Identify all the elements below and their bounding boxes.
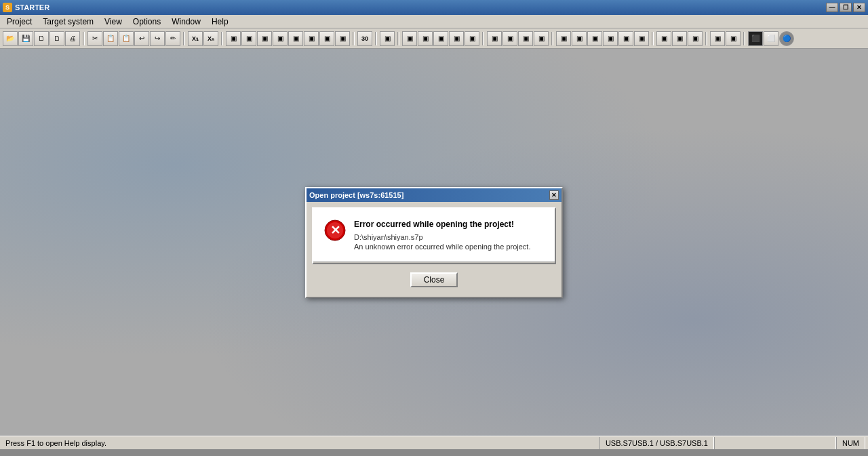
tb-btn-23[interactable]: ▣ (587, 31, 602, 46)
tb-sep-4 (353, 32, 355, 45)
tb-btn-17[interactable]: ▣ (487, 31, 502, 46)
tb-btn-28[interactable]: ▣ (672, 31, 687, 46)
title-bar: S STARTER — ❐ ✕ (0, 0, 868, 15)
open-project-dialog: Open project [ws7s:61515] ✕ ✕ (305, 187, 563, 298)
toolbar: 📂 💾 🗋 🗋 🖨 ✂ 📋 📋 ↩ ↪ ✏ X₁ Xₙ ▣ ▣ ▣ ▣ ▣ ▣ … (0, 28, 868, 49)
menu-view[interactable]: View (99, 16, 127, 28)
restore-button[interactable]: ❐ (840, 3, 852, 12)
tb-x1-btn[interactable]: X₁ (188, 31, 203, 46)
menu-bar: Project Target system View Options Windo… (0, 15, 868, 28)
tb-btn-21[interactable]: ▣ (556, 31, 571, 46)
tb-redo-btn[interactable]: ↪ (150, 31, 165, 46)
outer-dialog-body: ✕ Error occurred while opening the proje… (307, 202, 561, 297)
tb-btn-13[interactable]: ▣ (418, 31, 433, 46)
minimize-button[interactable]: — (826, 3, 838, 12)
tb-print-btn[interactable]: 🖨 (65, 31, 80, 46)
main-area: Open project [ws7s:61515] ✕ ✕ (0, 49, 868, 436)
tb-btn-7[interactable]: ▣ (288, 31, 303, 46)
tb-btn-19[interactable]: ▣ (518, 31, 533, 46)
outer-dialog-title-bar: Open project [ws7s:61515] ✕ (307, 188, 561, 202)
menu-options[interactable]: Options (127, 16, 166, 28)
error-path: D:\shiyan\shiyan.s7p (354, 233, 544, 241)
tb-sep-6 (397, 32, 399, 45)
close-button[interactable]: ✕ (853, 3, 865, 12)
tb-xn-btn[interactable]: Xₙ (203, 31, 218, 46)
app-title: STARTER (15, 3, 50, 12)
tb-btn-8[interactable]: ▣ (304, 31, 319, 46)
tb-btn-1[interactable]: 🗋 (34, 31, 49, 46)
tb-btn-2[interactable]: 🗋 (50, 31, 64, 46)
tb-sep-8 (551, 32, 553, 45)
error-icon: ✕ (324, 220, 346, 241)
tb-undo-btn[interactable]: ↩ (134, 31, 149, 46)
close-button[interactable]: Close (410, 272, 458, 287)
tb-paste-btn[interactable]: 📋 (119, 31, 134, 46)
tb-color3-btn[interactable]: 🔵 (779, 31, 794, 46)
tb-color2-btn[interactable]: ⬜ (764, 31, 778, 46)
tb-btn-12[interactable]: ▣ (402, 31, 417, 46)
menu-help[interactable]: Help (206, 16, 234, 28)
tb-btn-6[interactable]: ▣ (273, 31, 288, 46)
tb-sep-9 (652, 32, 654, 45)
menu-project[interactable]: Project (1, 16, 37, 28)
tb-count-btn[interactable]: 30 (357, 31, 372, 46)
tb-btn-9[interactable]: ▣ (319, 31, 334, 46)
tb-copy-btn[interactable]: 📋 (103, 31, 118, 46)
tb-open-btn[interactable]: 📂 (3, 31, 18, 46)
tb-btn-15[interactable]: ▣ (449, 31, 464, 46)
tb-btn-22[interactable]: ▣ (572, 31, 587, 46)
inner-dialog-content: ✕ Error occurred while opening the proje… (313, 209, 555, 262)
tb-sep-1 (83, 32, 85, 45)
tb-sep-2 (183, 32, 185, 45)
tb-btn-30[interactable]: ▣ (710, 31, 725, 46)
status-help-text: Press F1 to open Help display. (3, 439, 599, 447)
tb-save-btn[interactable]: 💾 (18, 31, 33, 46)
status-connection: USB.S7USB.1 / USB.S7USB.1 (599, 437, 714, 449)
tb-btn-10[interactable]: ▣ (335, 31, 350, 46)
tb-btn-29[interactable]: ▣ (688, 31, 703, 46)
tb-btn-26[interactable]: ▣ (634, 31, 649, 46)
inner-dialog-footer (313, 262, 555, 263)
tb-btn-27[interactable]: ▣ (656, 31, 671, 46)
app-icon: S (3, 3, 12, 12)
tb-btn-5[interactable]: ▣ (257, 31, 272, 46)
status-numlock: NUM (836, 437, 865, 449)
tb-btn-31[interactable]: ▣ (726, 31, 741, 46)
status-right-section: USB.S7USB.1 / USB.S7USB.1 NUM (599, 437, 865, 449)
window-controls: — ❐ ✕ (826, 3, 865, 12)
menu-target-system[interactable]: Target system (37, 16, 99, 28)
tb-sep-11 (743, 32, 745, 45)
outer-dialog-title: Open project [ws7s:61515] (309, 191, 403, 199)
tb-sep-5 (375, 32, 377, 45)
tb-btn-14[interactable]: ▣ (433, 31, 448, 46)
tb-btn-20[interactable]: ▣ (534, 31, 549, 46)
error-text-block: Error occurred while opening the project… (354, 220, 544, 251)
tb-btn-18[interactable]: ▣ (502, 31, 517, 46)
svg-text:✕: ✕ (330, 224, 340, 237)
status-bar: Press F1 to open Help display. USB.S7USB… (0, 436, 868, 449)
outer-dialog-close-button[interactable]: ✕ (549, 190, 559, 200)
error-description: An unknown error occurred while opening … (354, 243, 544, 251)
tb-color1-btn[interactable]: ⬛ (748, 31, 763, 46)
tb-sep-10 (705, 32, 707, 45)
tb-edit-btn[interactable]: ✏ (165, 31, 180, 46)
dialog-footer: Close (312, 270, 556, 291)
inner-error-dialog: ✕ Error occurred while opening the proje… (312, 207, 556, 264)
tb-cut-btn[interactable]: ✂ (87, 31, 102, 46)
error-title: Error occurred while opening the project… (354, 220, 544, 229)
menu-window[interactable]: Window (166, 16, 206, 28)
tb-btn-16[interactable]: ▣ (465, 31, 479, 46)
tb-btn-4[interactable]: ▣ (241, 31, 256, 46)
tb-btn-25[interactable]: ▣ (618, 31, 633, 46)
dialog-overlay: Open project [ws7s:61515] ✕ ✕ (0, 49, 868, 436)
tb-btn-11[interactable]: ▣ (380, 31, 395, 46)
tb-btn-3[interactable]: ▣ (226, 31, 241, 46)
tb-btn-24[interactable]: ▣ (603, 31, 618, 46)
status-mode (714, 437, 836, 449)
tb-sep-3 (221, 32, 223, 45)
tb-sep-7 (482, 32, 484, 45)
